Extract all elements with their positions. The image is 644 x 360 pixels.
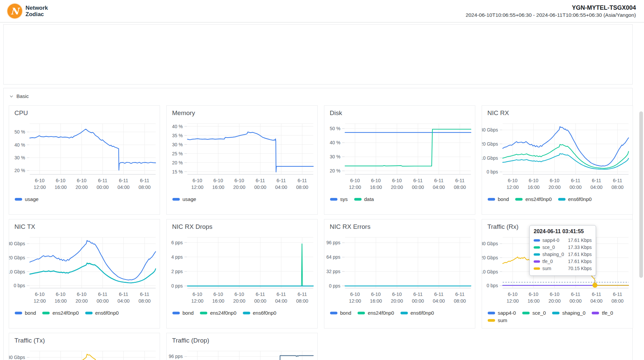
svg-text:20 Gbps: 20 Gbps: [482, 141, 498, 147]
legend-color-chip: [592, 312, 599, 314]
chart-card-cpu: CPU20 %30 %40 %50 %6-1012:006-1016:006-1…: [9, 105, 160, 215]
chart-title: NIC RX Drops: [167, 219, 317, 231]
legend-item-sum[interactable]: sum: [488, 317, 507, 323]
chart-plot-cpu[interactable]: 20 %30 %40 %50 %6-1012:006-1016:006-1020…: [9, 117, 160, 195]
chart-plot-nic-rx[interactable]: 0 bps10 Gbps20 Gbps30 Gbps6-1012:006-101…: [482, 117, 633, 195]
brand-name: Network Zodiac: [25, 5, 48, 17]
legend-item-usage[interactable]: usage: [172, 196, 196, 202]
svg-text:08:00: 08:00: [454, 185, 466, 190]
svg-text:40 %: 40 %: [14, 142, 25, 148]
svg-text:6-10: 6-10: [508, 292, 518, 297]
chart-plot-traffic-tx[interactable]: 0 bps10 Gbps20 Gbps30 Gbps6-1012:006-101…: [9, 345, 160, 360]
tooltip-row-tfe-0: tfe_017.61 Kbps: [534, 258, 592, 265]
svg-text:08:00: 08:00: [139, 185, 151, 190]
svg-text:12:00: 12:00: [34, 185, 46, 190]
tooltip-series-name: shaping_0: [542, 251, 566, 258]
legend-item-data[interactable]: data: [354, 196, 374, 202]
svg-text:16:00: 16:00: [55, 185, 67, 190]
tooltip-series-value: 17.33 Kbps: [568, 244, 592, 251]
tooltip-color-chip: [534, 239, 540, 242]
tooltip-series-name: tfe_0: [542, 258, 566, 265]
tooltip-color-chip: [534, 260, 540, 263]
chart-plot-nic-tx[interactable]: 0 bps10 Gbps20 Gbps30 Gbps6-1012:006-101…: [9, 231, 160, 309]
legend-color-chip: [358, 312, 365, 314]
svg-text:0 bps: 0 bps: [14, 283, 25, 288]
basic-section-toggle[interactable]: Basic: [4, 88, 50, 99]
svg-text:20:00: 20:00: [75, 185, 88, 190]
svg-text:08:00: 08:00: [296, 298, 308, 304]
legend-item-sce-0[interactable]: sce_0: [522, 310, 546, 316]
chart-card-nic-rx: NIC RX0 bps10 Gbps20 Gbps30 Gbps6-1012:0…: [482, 105, 633, 215]
chart-title: Memory: [167, 106, 317, 117]
legend-item-ens6f0np0[interactable]: ens6f0np0: [85, 310, 119, 316]
legend-item-ens24f0np0[interactable]: ens24f0np0: [515, 196, 551, 202]
svg-text:6-11: 6-11: [276, 292, 286, 297]
svg-text:6-10: 6-10: [35, 178, 45, 183]
legend-item-ens6f0np0[interactable]: ens6f0np0: [400, 310, 434, 316]
legend-item-sapp4-0[interactable]: sapp4-0: [488, 310, 516, 316]
legend-item-bond[interactable]: bond: [172, 310, 194, 316]
svg-text:20 %: 20 %: [172, 160, 183, 165]
legend-label: usage: [25, 196, 39, 202]
legend-item-usage[interactable]: usage: [15, 196, 39, 202]
svg-text:30 Gbps: 30 Gbps: [9, 241, 25, 246]
chart-plot-memory[interactable]: 15 %20 %25 %30 %35 %40 %6-1012:006-1016:…: [167, 117, 317, 195]
svg-text:6-11: 6-11: [571, 178, 580, 183]
legend-item-bond[interactable]: bond: [330, 310, 351, 316]
svg-text:15 %: 15 %: [172, 169, 183, 174]
legend-item-ens24f0np0[interactable]: ens24f0np0: [42, 310, 78, 316]
legend-color-chip: [488, 198, 495, 201]
svg-text:10 Gbps: 10 Gbps: [482, 155, 498, 161]
legend-item-ens6f0np0[interactable]: ens6f0np0: [558, 196, 592, 202]
legend-item-ens24f0np0[interactable]: ens24f0np0: [200, 310, 236, 316]
section-label: Basic: [16, 93, 29, 99]
legend-color-chip: [42, 312, 50, 314]
svg-text:6-10: 6-10: [213, 292, 223, 297]
svg-text:04:00: 04:00: [590, 185, 602, 190]
svg-text:6-10: 6-10: [550, 292, 559, 297]
legend-item-sys[interactable]: sys: [330, 196, 348, 202]
svg-text:6-10: 6-10: [56, 292, 65, 297]
legend-item-ens6f0np0[interactable]: ens6f0np0: [243, 310, 276, 316]
svg-text:6-11: 6-11: [276, 178, 286, 183]
legend-label: sum: [498, 317, 507, 323]
svg-text:6-10: 6-10: [77, 292, 87, 297]
svg-text:12:00: 12:00: [506, 185, 519, 190]
svg-text:6-11: 6-11: [613, 292, 622, 297]
svg-text:6-10: 6-10: [529, 292, 538, 297]
chart-plot-traffic-drop[interactable]: 0 pps32 pps64 pps96 pps6-1012:006-1016:0…: [167, 345, 317, 360]
legend-item-bond[interactable]: bond: [488, 196, 509, 202]
legend-item-shaping-0[interactable]: shaping_0: [552, 310, 585, 316]
svg-text:12:00: 12:00: [506, 298, 519, 304]
svg-text:6-10: 6-10: [193, 292, 202, 297]
dashboard-page: N Network Zodiac YGN-MYTEL-TSGX004 2024-…: [0, 0, 644, 360]
svg-text:2 pps: 2 pps: [171, 269, 183, 274]
legend-item-bond[interactable]: bond: [15, 310, 36, 316]
svg-text:30 Gbps: 30 Gbps: [482, 241, 498, 246]
svg-text:6-11: 6-11: [256, 292, 265, 297]
svg-text:6-10: 6-10: [350, 178, 360, 183]
chart-plot-nic-rx-errors[interactable]: 0 pps32 pps64 pps96 pps6-1012:006-1016:0…: [324, 231, 475, 309]
svg-text:35 %: 35 %: [172, 133, 183, 138]
legend-label: bond: [182, 310, 194, 316]
svg-text:04:00: 04:00: [275, 298, 287, 304]
svg-text:20:00: 20:00: [233, 298, 245, 304]
svg-text:16:00: 16:00: [370, 185, 382, 190]
svg-text:04:00: 04:00: [433, 298, 445, 304]
chart-plot-disk[interactable]: 20 %30 %40 %50 %6-1012:006-1016:006-1020…: [324, 117, 475, 195]
chart-plot-nic-rx-drops[interactable]: 0 pps2 pps4 pps6 pps6-1012:006-1016:006-…: [167, 231, 317, 309]
svg-text:0 bps: 0 bps: [487, 169, 498, 174]
svg-text:10 Gbps: 10 Gbps: [482, 269, 498, 274]
vertical-scrollbar-thumb[interactable]: [639, 111, 643, 278]
chart-legend: bondens24f0np0ens6f0np0: [167, 309, 317, 316]
svg-text:00:00: 00:00: [412, 298, 424, 304]
basic-section-panel: Basic CPU20 %30 %40 %50 %6-1012:006-1016…: [3, 88, 633, 360]
legend-color-chip: [488, 312, 495, 314]
svg-text:00:00: 00:00: [570, 298, 582, 304]
svg-text:64 pps: 64 pps: [326, 254, 340, 260]
legend-item-tfe-0[interactable]: tfe_0: [592, 310, 613, 316]
legend-label: tfe_0: [602, 310, 613, 316]
svg-text:6-11: 6-11: [298, 292, 307, 297]
chart-card-disk: Disk20 %30 %40 %50 %6-1012:006-1016:006-…: [324, 105, 475, 215]
legend-item-ens24f0np0[interactable]: ens24f0np0: [358, 310, 394, 316]
